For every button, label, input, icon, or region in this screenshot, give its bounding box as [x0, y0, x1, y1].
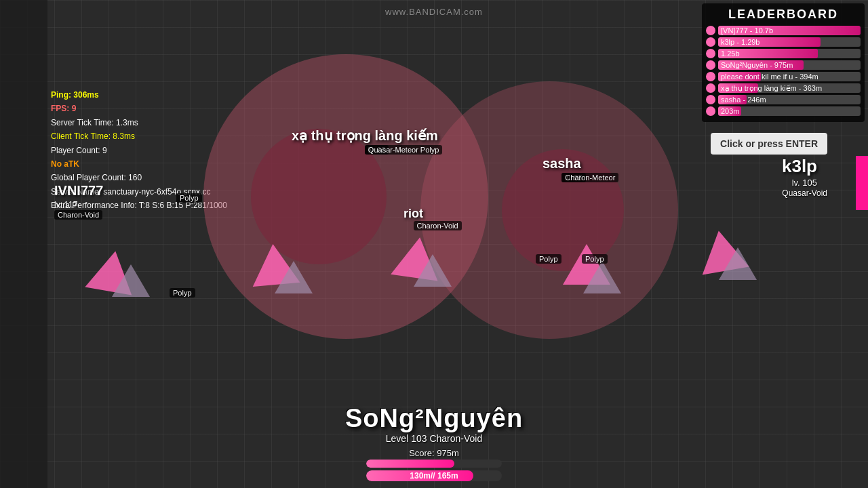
k3lp-class: Quasar-Void — [782, 188, 827, 198]
lb-bar-0: [VN]777 - 10.7b — [718, 26, 861, 35]
riot-name: riot — [403, 207, 423, 221]
xa-thu-class: Quasar-Meteor Polyp — [365, 145, 443, 155]
lb-bar-4: please dont kil me if u - 394m — [718, 72, 861, 81]
lb-bar-text-0: [VN]777 - 10.7b — [718, 26, 861, 35]
lb-row-2: 1.25b — [706, 49, 861, 58]
sasha-label-group: sasha lv. 95 Charon-Meteor — [542, 156, 581, 171]
triangle-10 — [719, 247, 757, 280]
polyp-label-3: Polyp — [536, 254, 561, 264]
k3lp-level: lv. 105 — [792, 178, 817, 188]
lb-bar-text-4: please dont kil me if u - 394m — [718, 72, 861, 81]
lb-bar-1: k3lp - 1.29b — [718, 37, 861, 47]
score-bar-fill — [366, 460, 454, 468]
xa-thu-name: xạ thụ trọng làng kiếm — [292, 127, 438, 144]
enter-prompt[interactable]: Click or press ENTER — [711, 133, 827, 155]
lb-bar-text-7: 203m — [718, 106, 861, 116]
score-bar-container: Score: 975m — [332, 448, 536, 468]
lb-bar-6: sasha - 246m — [718, 95, 861, 104]
lb-icon-6 — [706, 95, 715, 104]
health-bar: 130m// 165m — [366, 470, 502, 481]
bottom-player-info: SoNg²Nguyên Level 103 Charon-Void Score:… — [332, 404, 536, 481]
bottom-player-level: Level 103 Charon-Void — [332, 433, 536, 444]
lb-icon-1 — [706, 37, 715, 47]
triangle-4 — [275, 261, 313, 293]
ivni-class: Charon-Void — [54, 210, 102, 220]
lb-row-1: k3lp - 1.29b — [706, 37, 861, 47]
sasha-name: sasha — [542, 156, 581, 171]
watermark: www.BANDICAM.com — [385, 7, 483, 17]
lb-icon-4 — [706, 72, 715, 81]
leaderboard-title: LEADERBOARD — [706, 7, 861, 22]
riot-label-group: riot Charon-Void — [403, 207, 423, 221]
polyp-label-1: Polyp — [176, 193, 202, 203]
lb-bar-text-3: SoNg²Nguyên - 975m — [718, 60, 861, 70]
polyp-label-2: Polyp — [170, 288, 195, 298]
left-panel — [0, 0, 47, 488]
lb-row-0: [VN]777 - 10.7b — [706, 26, 861, 35]
pink-indicator — [856, 156, 868, 210]
triangle-8 — [583, 261, 621, 293]
score-label: Score: 975m — [332, 448, 536, 458]
lb-bar-3: SoNg²Nguyên - 975m — [718, 60, 861, 70]
player-count: Player Count: 9 — [51, 144, 227, 157]
lb-bar-text-5: xạ thụ trọng làng kiếm - 363m — [718, 83, 861, 93]
xa-thu-label-group: xạ thụ trọng làng kiếm lv. 98 Quasar-Met… — [292, 127, 438, 144]
sasha-class: Charon-Meteor — [561, 173, 618, 182]
lb-bar-7: 203m — [718, 106, 861, 116]
triangle-6 — [414, 254, 452, 287]
lb-icon-5 — [706, 83, 715, 93]
lb-icon-7 — [706, 106, 715, 116]
client-tick: Client Tick Time: 8.3ms — [51, 129, 227, 143]
lb-icon-0 — [706, 26, 715, 35]
lb-bar-text-2: 1.25b — [718, 49, 861, 58]
lb-row-6: sasha - 246m — [706, 95, 861, 104]
polyp-label-4: Polyp — [582, 254, 608, 264]
lb-row-5: xạ thụ trọng làng kiếm - 363m — [706, 83, 861, 93]
triangle-2 — [112, 264, 150, 297]
lb-icon-2 — [706, 49, 715, 58]
bottom-player-name: SoNg²Nguyên — [332, 404, 536, 433]
score-bar — [366, 460, 502, 468]
lb-icon-3 — [706, 60, 715, 70]
no-atk: No aTK — [51, 157, 227, 171]
ivni-name: IVNI777 — [54, 183, 103, 199]
fps-display: FPS: 9 — [51, 102, 227, 115]
lb-bar-2: 1.25b — [718, 49, 861, 58]
lb-entries: [VN]777 - 10.7bk3lp - 1.29b1.25bSoNg²Ngu… — [706, 26, 861, 116]
lb-bar-5: xạ thụ trọng làng kiếm - 363m — [718, 83, 861, 93]
leaderboard-panel: LEADERBOARD [VN]777 - 10.7bk3lp - 1.29b1… — [702, 3, 865, 122]
health-text: 130m// 165m — [366, 470, 502, 481]
ivni-level: lv. 117 — [54, 200, 77, 209]
ping-display: Ping: 306ms — [51, 88, 227, 102]
riot-class: Charon-Void — [414, 221, 462, 230]
k3lp-name: k3lp — [782, 156, 817, 177]
server-tick: Server Tick Time: 1.3ms — [51, 116, 227, 129]
lb-row-7: 203m — [706, 106, 861, 116]
lb-bar-text-6: sasha - 246m — [718, 95, 861, 104]
lb-bar-text-1: k3lp - 1.29b — [718, 37, 861, 47]
lb-row-3: SoNg²Nguyên - 975m — [706, 60, 861, 70]
lb-row-4: please dont kil me if u - 394m — [706, 72, 861, 81]
